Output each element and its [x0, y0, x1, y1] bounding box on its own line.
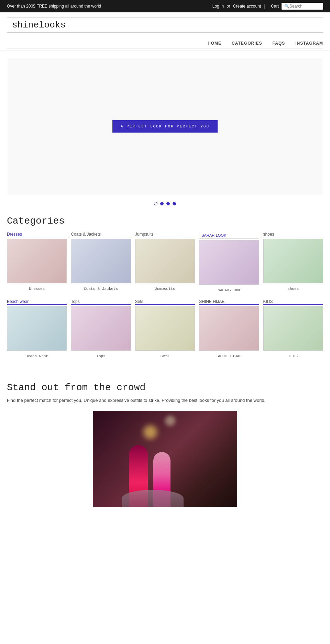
category-grid-row2: Beach wear Beach wear Tops Tops Sets Set…: [7, 299, 323, 358]
shoes-name: shoes: [263, 287, 323, 291]
nav-faqs[interactable]: FAQS: [273, 41, 285, 46]
sahar-image: [199, 240, 259, 285]
shinehijab-name: SHINE HIJAB: [199, 354, 259, 358]
main-nav: HOME CATEGORIES FAQS INSTAGRAM: [7, 38, 323, 49]
beachwear-label: Beach wear: [7, 299, 67, 305]
kids-image: [263, 306, 323, 351]
logo[interactable]: shinelooks: [7, 18, 323, 33]
shoes-label: shoes: [263, 232, 323, 237]
kids-name: KIDS: [263, 354, 323, 358]
standout-description: Find the perfect match for perfect you. …: [7, 397, 323, 404]
categories-section: Categories Dresses Dresses Coats & Jacke…: [0, 212, 330, 372]
search-input[interactable]: [289, 4, 320, 9]
shinehijab-label: SHINE HIJAB: [199, 299, 259, 305]
dresses-name: Dresses: [7, 287, 67, 291]
carousel-dot-1[interactable]: [154, 202, 157, 205]
cart-link[interactable]: Cart: [271, 4, 279, 9]
sets-image: [135, 306, 195, 351]
category-card-sets[interactable]: Sets Sets: [135, 299, 195, 358]
category-card-jumpsuits[interactable]: Jumpsuits Jumpsuits: [135, 232, 195, 292]
shinehijab-image: [199, 306, 259, 351]
dresses-image: [7, 239, 67, 283]
shipping-text: Over than 200$ FREE shipping all around …: [7, 4, 101, 9]
category-card-sahar[interactable]: SAHAR-LOOK SAHAR-LOOK: [199, 232, 259, 292]
category-card-tops[interactable]: Tops Tops: [71, 299, 131, 358]
category-card-dresses[interactable]: Dresses Dresses: [7, 232, 67, 292]
shoes-image: [263, 239, 323, 283]
tops-image: [71, 306, 131, 351]
create-account-link[interactable]: Create account: [233, 4, 261, 9]
top-bar: Over than 200$ FREE shipping all around …: [0, 0, 330, 12]
coats-name: Coats & Jackets: [71, 287, 131, 291]
coats-image: [71, 239, 131, 283]
standout-image: [93, 411, 237, 507]
tops-label: Tops: [71, 299, 131, 305]
hero-cta-button[interactable]: A PERFECT LOOK FOR PERFECT YOU: [112, 120, 218, 133]
search-box[interactable]: 🔍: [282, 3, 323, 10]
category-card-kids[interactable]: KIDS KIDS: [263, 299, 323, 358]
header: shinelooks HOME CATEGORIES FAQS INSTAGRA…: [0, 12, 330, 50]
or-text: or: [227, 4, 230, 9]
category-card-beachwear[interactable]: Beach wear Beach wear: [7, 299, 67, 358]
hero-banner: A PERFECT LOOK FOR PERFECT YOU: [7, 58, 323, 195]
sahar-label: SAHAR-LOOK: [199, 232, 259, 239]
carousel-dots: [0, 202, 330, 205]
nav-categories[interactable]: CATEGORIES: [232, 41, 262, 46]
categories-title: Categories: [7, 216, 323, 226]
carousel-dot-4[interactable]: [173, 202, 176, 205]
sahar-name: SAHAR-LOOK: [199, 288, 259, 292]
category-card-coats[interactable]: Coats & Jackets Coats & Jackets: [71, 232, 131, 292]
header-divider: [0, 50, 330, 51]
tops-name: Tops: [71, 354, 131, 358]
jumpsuits-image: [135, 239, 195, 283]
standout-section: Stand out from the crowd Find the perfec…: [0, 372, 330, 514]
category-grid-row1: Dresses Dresses Coats & Jackets Coats & …: [7, 232, 323, 292]
separator: |: [264, 4, 265, 9]
carousel-dot-2[interactable]: [160, 202, 164, 205]
category-card-shoes[interactable]: shoes shoes: [263, 232, 323, 292]
login-link[interactable]: Log In: [212, 4, 224, 9]
sets-name: Sets: [135, 354, 195, 358]
kids-label: KIDS: [263, 299, 323, 305]
dresses-label: Dresses: [7, 232, 67, 237]
beachwear-image: [7, 306, 67, 351]
coats-label: Coats & Jackets: [71, 232, 131, 237]
search-icon: 🔍: [284, 4, 289, 9]
nav-home[interactable]: HOME: [208, 41, 221, 46]
top-bar-right: Log In or Create account | Cart 🔍: [212, 3, 323, 10]
standout-title: Stand out from the crowd: [7, 382, 323, 393]
jumpsuits-label: Jumpsuits: [135, 232, 195, 237]
jumpsuits-name: Jumpsuits: [135, 287, 195, 291]
sets-label: Sets: [135, 299, 195, 305]
category-card-shinehijab[interactable]: SHINE HIJAB SHINE HIJAB: [199, 299, 259, 358]
nav-instagram[interactable]: INSTAGRAM: [295, 41, 323, 46]
beachwear-name: Beach wear: [7, 354, 67, 358]
carousel-dot-3[interactable]: [166, 202, 170, 205]
